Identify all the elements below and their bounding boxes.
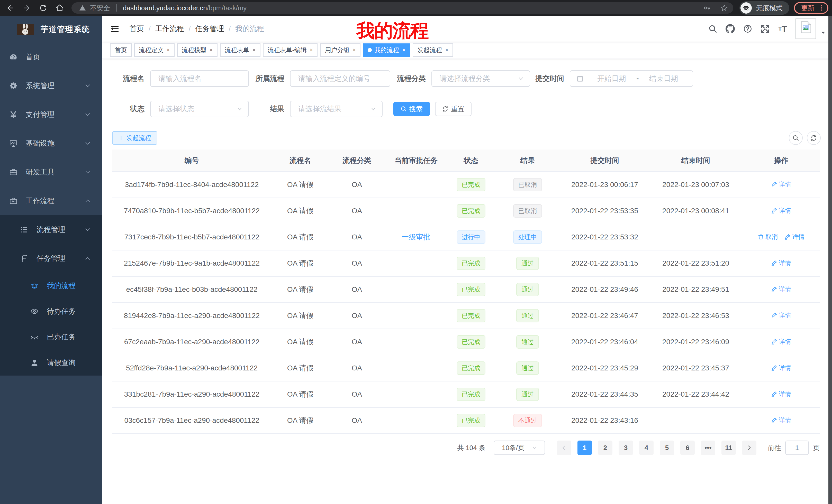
- cell-id: 819442e8-7b9a-11ec-a290-acde48001122: [112, 303, 271, 329]
- breadcrumb-item[interactable]: 工作流程: [155, 24, 184, 34]
- page-button-4[interactable]: 4: [639, 441, 654, 455]
- update-button[interactable]: 更新: [794, 2, 828, 14]
- detail-action[interactable]: 详情: [771, 416, 791, 424]
- cancel-action[interactable]: 取消: [758, 233, 778, 241]
- date-range-input[interactable]: 开始日期 - 结束日期: [570, 71, 693, 87]
- security-chip[interactable]: 不安全: [90, 4, 110, 12]
- next-page-button[interactable]: [742, 441, 756, 455]
- sidebar-collapse-icon[interactable]: [102, 16, 127, 41]
- close-icon[interactable]: ×: [402, 47, 406, 53]
- column-header-流程分类: 流程分类: [329, 149, 385, 172]
- chevron-down-icon: [85, 83, 90, 89]
- detail-action[interactable]: 详情: [771, 259, 791, 267]
- page-button-1[interactable]: 1: [577, 441, 592, 455]
- status-badge: 已完成: [457, 388, 486, 401]
- close-icon[interactable]: ×: [166, 47, 170, 53]
- reload-button[interactable]: [35, 0, 51, 16]
- close-icon[interactable]: ×: [445, 47, 448, 53]
- tab-我的流程[interactable]: 我的流程×: [363, 44, 410, 57]
- page-button-6[interactable]: 6: [680, 441, 695, 455]
- key-icon[interactable]: [703, 4, 711, 12]
- goto-label: 前往: [768, 443, 781, 452]
- detail-action[interactable]: 详情: [784, 233, 805, 241]
- github-icon[interactable]: [722, 16, 739, 41]
- task-link[interactable]: 一级审批: [401, 233, 431, 241]
- reset-button[interactable]: 重置: [435, 102, 471, 116]
- detail-action[interactable]: 详情: [771, 206, 791, 215]
- sidebar-item-系统管理[interactable]: 系统管理: [0, 72, 102, 100]
- detail-action[interactable]: 详情: [771, 285, 791, 293]
- detail-action[interactable]: 详情: [771, 338, 791, 346]
- cell-result: 通过: [495, 250, 561, 276]
- category-select[interactable]: 请选择流程分类: [432, 71, 530, 87]
- page-button-3[interactable]: 3: [619, 441, 633, 455]
- sidebar-item-已办任务[interactable]: 已办任务: [0, 324, 102, 350]
- page-ellipsis[interactable]: •••: [701, 441, 715, 455]
- sidebar-item-支付管理[interactable]: 支付管理: [0, 100, 102, 129]
- cell-name: OA 请假: [271, 355, 329, 381]
- sidebar-item-我的流程[interactable]: 我的流程: [0, 273, 102, 299]
- close-icon[interactable]: ×: [210, 47, 213, 53]
- forward-button[interactable]: [19, 0, 35, 16]
- address-bar[interactable]: 不安全 dashboard.yudao.iocoder.cn/bpm/task/…: [72, 2, 733, 13]
- sidebar-item-待办任务[interactable]: 待办任务: [0, 299, 102, 324]
- back-button[interactable]: [2, 0, 19, 16]
- close-icon[interactable]: ×: [310, 47, 313, 53]
- detail-action[interactable]: 详情: [771, 180, 791, 189]
- goto-page-input[interactable]: 1: [785, 441, 809, 455]
- process-name-input[interactable]: 请输入流程名: [150, 71, 249, 87]
- bookmark-star-icon[interactable]: [721, 4, 728, 12]
- page-size-select[interactable]: 10条/页: [494, 441, 545, 455]
- refresh-button[interactable]: [807, 131, 821, 145]
- browser-scrollbar[interactable]: [828, 16, 832, 504]
- cell-status: 已完成: [447, 355, 495, 381]
- close-icon[interactable]: ×: [253, 47, 256, 53]
- sidebar-item-label: 研发工具: [26, 167, 54, 177]
- end-date-placeholder: 结束日期: [641, 74, 686, 83]
- sidebar-item-工作流程[interactable]: 工作流程: [0, 187, 102, 215]
- sidebar-item-任务管理[interactable]: 任务管理: [0, 244, 102, 273]
- page-button-2[interactable]: 2: [598, 441, 613, 455]
- result-select[interactable]: 请选择流结果: [290, 101, 383, 117]
- prev-page-button[interactable]: [557, 441, 571, 455]
- app-logo[interactable]: 芋道管理系统: [0, 16, 102, 43]
- status-badge: 已完成: [457, 178, 486, 191]
- tab-流程表单-编辑[interactable]: 流程表单-编辑×: [263, 44, 318, 57]
- tab-label: 发起流程: [417, 46, 442, 54]
- tab-首页[interactable]: 首页: [110, 44, 132, 57]
- process-definition-input[interactable]: 请输入流程定义的编号: [290, 71, 390, 87]
- sidebar-menu: 首页系统管理支付管理基础设施研发工具工作流程流程管理任务管理我的流程待办任务已办…: [0, 43, 102, 375]
- page-button-5[interactable]: 5: [660, 441, 674, 455]
- show-search-button[interactable]: [789, 131, 803, 145]
- sidebar-item-请假查询[interactable]: 请假查询: [0, 350, 102, 375]
- fullscreen-icon[interactable]: [756, 16, 774, 41]
- sidebar-item-label: 支付管理: [26, 110, 54, 119]
- create-process-button[interactable]: 发起流程: [112, 131, 157, 145]
- help-icon[interactable]: [739, 16, 756, 41]
- detail-action[interactable]: 详情: [771, 390, 791, 398]
- sidebar-item-基础设施[interactable]: 基础设施: [0, 129, 102, 158]
- status-badge: 已完成: [457, 361, 486, 375]
- tab-发起流程[interactable]: 发起流程×: [413, 44, 453, 57]
- page-button-11[interactable]: 11: [722, 441, 736, 455]
- sidebar-item-流程管理[interactable]: 流程管理: [0, 215, 102, 244]
- home-button[interactable]: [51, 0, 68, 16]
- sidebar-item-研发工具[interactable]: 研发工具: [0, 158, 102, 187]
- tab-用户分组[interactable]: 用户分组×: [320, 44, 361, 57]
- tab-流程定义[interactable]: 流程定义×: [134, 44, 175, 57]
- caret-down-icon[interactable]: [821, 30, 826, 35]
- sidebar-item-首页[interactable]: 首页: [0, 43, 102, 72]
- tab-流程模型[interactable]: 流程模型×: [177, 44, 217, 57]
- breadcrumb-item[interactable]: 任务管理: [196, 24, 224, 34]
- breadcrumb-item[interactable]: 首页: [130, 24, 144, 34]
- detail-action[interactable]: 详情: [771, 311, 791, 319]
- close-icon[interactable]: ×: [353, 47, 356, 53]
- font-size-icon[interactable]: TT: [774, 16, 791, 41]
- menu-dots-icon[interactable]: [818, 5, 825, 11]
- search-icon[interactable]: [704, 16, 722, 41]
- status-select[interactable]: 请选择状态: [150, 101, 249, 117]
- tab-流程表单[interactable]: 流程表单×: [220, 44, 260, 57]
- search-button[interactable]: 搜索: [393, 102, 430, 116]
- detail-action[interactable]: 详情: [771, 364, 791, 372]
- avatar[interactable]: [796, 19, 816, 39]
